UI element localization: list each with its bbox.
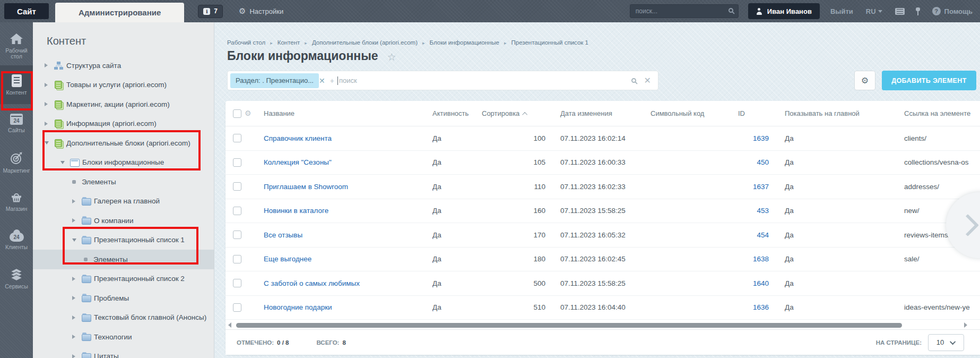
rail-item-clients[interactable]: 24 Клиенты bbox=[0, 220, 33, 259]
element-id-link[interactable]: 1636 bbox=[753, 303, 769, 311]
filter-search-placeholder[interactable]: поиск bbox=[339, 76, 631, 84]
rail-item-content[interactable]: Контент bbox=[0, 65, 33, 104]
column-header-modified[interactable]: Дата изменения bbox=[552, 109, 642, 117]
tree-item[interactable]: Текстовый блок главной (Анонсы) bbox=[33, 308, 214, 328]
tree-item-label[interactable]: О компании bbox=[94, 217, 133, 225]
tree-item[interactable]: О компании bbox=[33, 211, 214, 231]
tree-item[interactable]: Презентационный список 1 bbox=[33, 231, 214, 250]
tree-item[interactable]: Товары и услуги (apriori.ecom) bbox=[33, 75, 214, 95]
tree-expand-icon[interactable] bbox=[72, 199, 80, 203]
breadcrumb-item[interactable]: Контент bbox=[277, 39, 312, 46]
logout-button[interactable]: Выйти bbox=[830, 7, 853, 15]
element-name-link[interactable]: Новогодние подарки bbox=[264, 303, 332, 311]
element-name-link[interactable]: С заботой о самых любимых bbox=[264, 279, 360, 287]
pin-icon[interactable] bbox=[915, 7, 921, 15]
tree-item-label[interactable]: Технологии bbox=[94, 333, 132, 341]
column-header-link[interactable]: Ссылка на элементе bbox=[904, 109, 980, 117]
tree-expand-icon[interactable] bbox=[72, 238, 80, 242]
tree-expand-icon[interactable] bbox=[45, 122, 52, 126]
tree-item-label[interactable]: Проблемы bbox=[94, 294, 129, 302]
rail-item-shop[interactable]: Магазин bbox=[0, 182, 33, 220]
element-id-link[interactable]: 454 bbox=[757, 231, 769, 239]
tree-expand-icon[interactable] bbox=[84, 258, 91, 261]
search-input[interactable] bbox=[630, 4, 739, 18]
tree-item[interactable]: Блоки информационные bbox=[33, 153, 214, 173]
tree-expand-icon[interactable] bbox=[45, 141, 52, 144]
tree-item-label[interactable]: Цитаты bbox=[94, 352, 119, 358]
hotkeys-icon[interactable] bbox=[895, 8, 905, 15]
element-id-link[interactable]: 453 bbox=[757, 207, 769, 215]
tree-item-label[interactable]: Структура сайта bbox=[66, 62, 121, 70]
column-header-show-main[interactable]: Показывать на главной bbox=[774, 109, 904, 117]
scroll-right-arrow[interactable] bbox=[964, 322, 967, 328]
tree-item-label[interactable]: Дополнительные блоки (apriori.ecom) bbox=[66, 139, 190, 147]
tree-item[interactable]: Презентационный список 2 bbox=[33, 269, 214, 289]
row-checkbox[interactable] bbox=[233, 279, 241, 287]
filter-search-icon[interactable] bbox=[631, 78, 636, 83]
rail-item-services[interactable]: Сервисы bbox=[0, 259, 33, 298]
row-checkbox[interactable] bbox=[233, 158, 241, 167]
tree-expand-icon[interactable] bbox=[72, 316, 80, 320]
tree-expand-icon[interactable] bbox=[45, 102, 52, 106]
tree-item[interactable]: Галерея на главной bbox=[33, 192, 214, 211]
element-name-link[interactable]: Коллекция "Сезоны" bbox=[264, 158, 332, 166]
rail-item-marketing[interactable]: Маркетинг bbox=[0, 143, 33, 182]
tree-item-label[interactable]: Текстовый блок главной (Анонсы) bbox=[94, 313, 206, 321]
tree-item-label[interactable]: Галерея на главной bbox=[94, 197, 160, 205]
tree-item-label[interactable]: Элементы bbox=[93, 255, 128, 263]
scrollbar-thumb[interactable] bbox=[236, 323, 902, 328]
tab-administration[interactable]: Администрирование bbox=[55, 3, 184, 22]
tree-item[interactable]: Технологии bbox=[33, 327, 214, 347]
help-button[interactable]: Помощь bbox=[932, 7, 973, 15]
tree-item-label[interactable]: Товары и услуги (apriori.ecom) bbox=[66, 81, 167, 89]
tree-item[interactable]: Проблемы bbox=[33, 288, 214, 308]
element-id-link[interactable]: 450 bbox=[757, 158, 769, 166]
tree-item[interactable]: Дополнительные блоки (apriori.ecom) bbox=[33, 133, 214, 153]
add-element-button[interactable]: ДОБАВИТЬ ЭЛЕМЕНТ bbox=[882, 71, 976, 90]
element-id-link[interactable]: 1640 bbox=[753, 279, 769, 287]
element-name-link[interactable]: Справочник клиента bbox=[264, 134, 332, 142]
column-header-name[interactable]: Название bbox=[264, 109, 432, 117]
element-id-link[interactable]: 1638 bbox=[753, 255, 769, 263]
row-checkbox[interactable] bbox=[233, 182, 241, 191]
tree-item[interactable]: Информация (apriori.ecom) bbox=[33, 114, 214, 134]
column-header-activity[interactable]: Активность bbox=[432, 109, 482, 117]
tree-expand-icon[interactable] bbox=[72, 277, 80, 281]
row-checkbox[interactable] bbox=[233, 207, 241, 215]
favorite-star-icon[interactable]: ☆ bbox=[387, 51, 396, 63]
tree-expand-icon[interactable] bbox=[72, 335, 80, 339]
row-checkbox[interactable] bbox=[233, 134, 241, 142]
tree-expand-icon[interactable] bbox=[72, 218, 80, 223]
tree-item-label[interactable]: Элементы bbox=[82, 178, 116, 186]
filter-chip-remove-icon[interactable]: ✕ bbox=[319, 76, 325, 85]
tree-item-label[interactable]: Презентационный список 2 bbox=[94, 275, 185, 283]
row-checkbox[interactable] bbox=[233, 255, 241, 263]
rail-item-sites[interactable]: 24 Сайты bbox=[0, 104, 33, 143]
tree-item[interactable]: Элементы bbox=[33, 250, 214, 269]
row-checkbox[interactable] bbox=[233, 303, 241, 312]
gear-icon[interactable]: ⚙ bbox=[245, 109, 251, 117]
tree-item-label[interactable]: Информация (apriori.ecom) bbox=[66, 120, 157, 127]
settings-button[interactable]: ⚙ Настройки bbox=[239, 7, 283, 15]
user-menu[interactable]: Иван Иванов bbox=[748, 3, 820, 19]
element-id-link[interactable]: 1637 bbox=[753, 183, 769, 191]
tree-item-label[interactable]: Блоки информационные bbox=[82, 158, 164, 166]
row-checkbox[interactable] bbox=[233, 231, 241, 239]
element-name-link[interactable]: Новинки в каталоге bbox=[264, 207, 328, 215]
tree-item-label[interactable]: Маркетинг, акции (apriori.ecom) bbox=[66, 100, 170, 108]
breadcrumb-item[interactable]: Дополнительные блоки (apriori.ecom) bbox=[312, 39, 430, 46]
breadcrumb-item[interactable]: Блоки информационные bbox=[430, 39, 511, 46]
tree-item[interactable]: Цитаты bbox=[33, 347, 214, 358]
tree-expand-icon[interactable] bbox=[45, 83, 52, 87]
breadcrumb-item[interactable]: Рабочий стол bbox=[227, 39, 277, 46]
filter-bar[interactable]: Раздел: . Презентацио... ✕ + поиск ✕ bbox=[227, 71, 658, 90]
search-icon[interactable] bbox=[729, 8, 733, 13]
element-name-link[interactable]: Еще выгоднее bbox=[264, 255, 311, 263]
column-header-id[interactable]: ID bbox=[730, 109, 774, 117]
tab-site[interactable]: Сайт bbox=[4, 3, 49, 19]
filter-chip-section[interactable]: Раздел: . Презентацио... bbox=[230, 73, 319, 88]
language-selector[interactable]: RU bbox=[866, 7, 882, 15]
tree-expand-icon[interactable] bbox=[72, 296, 80, 300]
select-all-checkbox[interactable] bbox=[233, 109, 241, 118]
tree-item[interactable]: Элементы bbox=[33, 172, 214, 192]
